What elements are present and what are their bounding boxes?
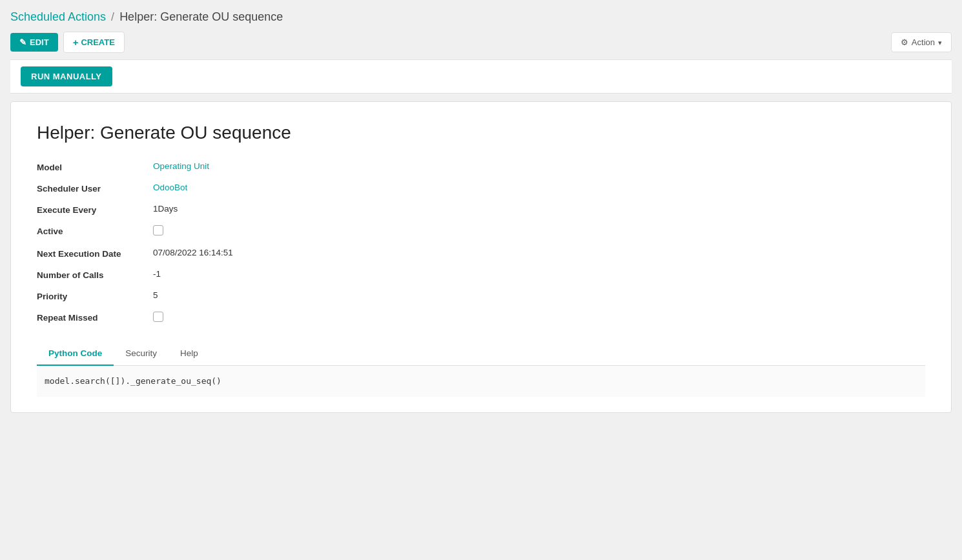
execute-every-label: Execute Every bbox=[37, 204, 153, 215]
active-label: Active bbox=[37, 225, 153, 237]
wrench-icon bbox=[901, 37, 908, 47]
next-execution-value: 07/08/2022 16:14:51 bbox=[153, 248, 925, 259]
tab-security[interactable]: Security bbox=[114, 342, 169, 366]
active-checkbox-box[interactable] bbox=[153, 225, 163, 235]
create-button[interactable]: CREATE bbox=[63, 32, 125, 53]
plus-icon bbox=[73, 37, 79, 48]
breadcrumb-separator: / bbox=[111, 10, 114, 24]
fields-table: Model Operating Unit Scheduler User Odoo… bbox=[37, 161, 925, 324]
edit-label: EDIT bbox=[30, 37, 49, 47]
model-value[interactable]: Operating Unit bbox=[153, 161, 925, 172]
number-of-calls-value: -1 bbox=[153, 269, 925, 280]
chevron-down-icon bbox=[938, 37, 942, 47]
record-title: Helper: Generate OU sequence bbox=[37, 123, 925, 143]
run-manually-button[interactable]: RUN MANUALLY bbox=[21, 66, 112, 86]
active-checkbox[interactable] bbox=[153, 225, 925, 237]
repeat-missed-checkbox-box[interactable] bbox=[153, 312, 163, 322]
tab-python-code[interactable]: Python Code bbox=[37, 342, 114, 366]
model-label: Model bbox=[37, 161, 153, 172]
action-label: Action bbox=[912, 37, 935, 47]
action-bar: RUN MANUALLY bbox=[10, 59, 952, 94]
breadcrumb-parent[interactable]: Scheduled Actions bbox=[10, 10, 106, 24]
code-block: model.search([])._generate_ou_seq() bbox=[37, 366, 925, 397]
form-card: Helper: Generate OU sequence Model Opera… bbox=[10, 101, 952, 413]
tab-help[interactable]: Help bbox=[169, 342, 210, 366]
action-button[interactable]: Action bbox=[891, 32, 952, 52]
number-of-calls-label: Number of Calls bbox=[37, 269, 153, 280]
breadcrumb: Scheduled Actions / Helper: Generate OU … bbox=[10, 10, 952, 24]
breadcrumb-current: Helper: Generate OU sequence bbox=[119, 10, 283, 24]
scheduler-user-value[interactable]: OdooBot bbox=[153, 183, 925, 194]
priority-value: 5 bbox=[153, 290, 925, 301]
toolbar: EDIT CREATE Action bbox=[10, 32, 952, 53]
pencil-icon bbox=[19, 37, 26, 47]
scheduler-user-label: Scheduler User bbox=[37, 183, 153, 194]
execute-every-value: 1Days bbox=[153, 204, 925, 215]
repeat-missed-checkbox[interactable] bbox=[153, 312, 925, 324]
code-content: model.search([])._generate_ou_seq() bbox=[45, 376, 221, 386]
priority-label: Priority bbox=[37, 290, 153, 301]
create-label: CREATE bbox=[81, 37, 114, 47]
repeat-missed-label: Repeat Missed bbox=[37, 312, 153, 324]
next-execution-label: Next Execution Date bbox=[37, 248, 153, 259]
tabs-row: Python Code Security Help bbox=[37, 342, 925, 366]
edit-button[interactable]: EDIT bbox=[10, 33, 58, 52]
